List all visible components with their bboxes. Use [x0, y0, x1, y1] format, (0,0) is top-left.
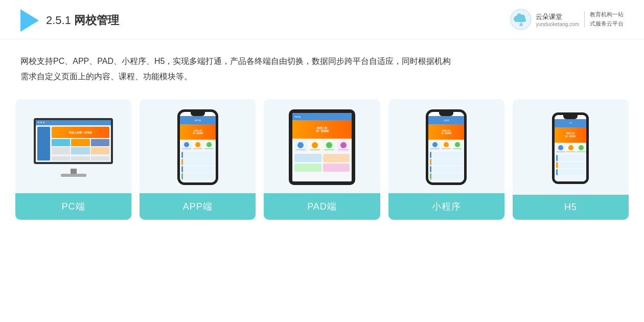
header-left: 2.5.1 网校管理 — [20, 9, 119, 32]
pad-grid — [292, 139, 352, 154]
pc-main: 招进人的第一堂冠课 — [52, 127, 109, 160]
phone-frame-app: APP端 招进人的第一堂冠课 — [177, 109, 218, 185]
pad-banner: 招进人的第一堂冠课 — [292, 120, 352, 139]
pad-screen: PAD端 招进人的第一堂冠课 — [292, 113, 352, 181]
card-pc: 招进人的第一堂冠课 — [15, 99, 131, 220]
phone-mockup-app: APP端 招进人的第一堂冠课 — [177, 109, 218, 185]
description-section: 网校支持PC、APP、PAD、小程序、H5，实现多端打通，产品各终端自由切换，数… — [0, 39, 644, 94]
brand-slogan: 教育机构一站 式服务云平台 — [590, 10, 624, 28]
card-pad-label: PAD端 — [264, 193, 380, 220]
header: 2.5.1 网校管理 朵 云朵课堂 yunduoketang.com 教育机构一… — [0, 0, 644, 39]
card-h5: H5 招进人的第一堂冠课 — [513, 99, 629, 220]
card-pc-image: 招进人的第一堂冠课 — [15, 99, 131, 193]
page-title: 2.5.1 网校管理 — [46, 13, 119, 28]
card-h5-label: H5 — [513, 195, 629, 220]
phone-mockup-h5: H5 招进人的第一堂冠课 — [552, 112, 589, 184]
card-miniapp-image: 小程序 招进人的第一堂冠课 — [388, 99, 504, 193]
brand-cloud-icon: 朵 — [510, 9, 532, 30]
pad-courses — [292, 154, 352, 172]
phone-notch-miniapp — [439, 112, 453, 116]
phone-frame-miniapp: 小程序 招进人的第一堂冠课 — [426, 109, 467, 185]
phone-courses-app — [180, 150, 216, 181]
svg-text:朵: 朵 — [519, 22, 523, 26]
card-miniapp-label: 小程序 — [388, 193, 504, 220]
card-pad-image: PAD端 招进人的第一堂冠课 — [264, 99, 380, 193]
phone-grid-app — [180, 140, 216, 150]
brand-url: yunduoketang.com — [536, 21, 579, 27]
pc-screen-body: 招进人的第一堂冠课 — [36, 125, 111, 162]
phone-screen-miniapp: 小程序 招进人的第一堂冠课 — [428, 116, 464, 182]
phone-notch-app — [191, 112, 205, 116]
card-app-image: APP端 招进人的第一堂冠课 — [140, 99, 256, 193]
card-miniapp: 小程序 招进人的第一堂冠课 — [388, 99, 504, 220]
pc-banner-text: 招进人的第一堂冠课 — [69, 131, 92, 134]
phone-screen-h5: H5 招进人的第一堂冠课 — [555, 119, 586, 181]
brand-divider — [584, 11, 585, 28]
page-title-bold: 网校管理 — [74, 14, 119, 27]
phone-screen-header-app: APP端 — [180, 116, 216, 124]
brand-logo: 朵 云朵课堂 yunduoketang.com — [510, 9, 579, 30]
pc-screen-content: 招进人的第一堂冠课 — [36, 120, 111, 162]
brand-name: 云朵课堂 — [536, 12, 579, 21]
phone-courses-miniapp — [428, 150, 464, 181]
page-title-number: 2.5.1 — [46, 14, 74, 27]
brand-text-block: 云朵课堂 yunduoketang.com — [536, 12, 579, 27]
pc-banner: 招进人的第一堂冠课 — [52, 127, 109, 138]
pc-mockup: 招进人的第一堂冠课 — [34, 118, 113, 177]
phone-banner-h5: 招进人的第一堂冠课 — [555, 127, 586, 143]
phone-screen-app: APP端 招进人的第一堂冠课 — [180, 116, 216, 182]
card-h5-image: H5 招进人的第一堂冠课 — [513, 99, 629, 195]
phone-notch-h5 — [563, 115, 578, 119]
pc-screen-frame: 招进人的第一堂冠课 — [34, 118, 113, 164]
pc-screen-bar — [36, 120, 111, 125]
pc-cards — [52, 139, 109, 154]
phone-grid-miniapp — [428, 140, 464, 150]
brand-area: 朵 云朵课堂 yunduoketang.com 教育机构一站 式服务云平台 — [510, 9, 624, 30]
phone-mockup-miniapp: 小程序 招进人的第一堂冠课 — [426, 109, 467, 185]
phone-screen-header-h5: H5 — [555, 119, 586, 127]
description-line2: 需求自定义页面上的内容、课程、功能模块等。 — [20, 72, 192, 81]
pad-header: PAD端 — [292, 113, 352, 120]
logo-triangle-icon — [20, 9, 39, 32]
phone-frame-h5: H5 招进人的第一堂冠课 — [552, 112, 589, 184]
phone-grid-h5 — [555, 143, 586, 153]
phone-banner-app: 招进人的第一堂冠课 — [180, 124, 216, 140]
pad-frame: PAD端 招进人的第一堂冠课 — [289, 109, 355, 185]
description-text: 网校支持PC、APP、PAD、小程序、H5，实现多端打通，产品各终端自由切换，数… — [20, 54, 624, 84]
phone-banner-miniapp: 招进人的第一堂冠课 — [428, 124, 464, 140]
pc-sidebar — [37, 127, 50, 160]
phone-courses-h5 — [555, 153, 586, 177]
page-container: 2.5.1 网校管理 朵 云朵课堂 yunduoketang.com 教育机构一… — [0, 0, 644, 322]
description-line1: 网校支持PC、APP、PAD、小程序、H5，实现多端打通，产品各终端自由切换，数… — [20, 57, 451, 65]
card-pc-label: PC端 — [15, 193, 131, 220]
card-app-label: APP端 — [140, 193, 256, 220]
phone-screen-header-miniapp: 小程序 — [428, 116, 464, 124]
pad-mockup: PAD端 招进人的第一堂冠课 — [289, 109, 355, 185]
cards-section: 招进人的第一堂冠课 — [0, 94, 644, 230]
card-app: APP端 招进人的第一堂冠课 — [140, 99, 256, 220]
card-pad: PAD端 招进人的第一堂冠课 — [264, 99, 380, 220]
pc-stand — [61, 169, 86, 177]
